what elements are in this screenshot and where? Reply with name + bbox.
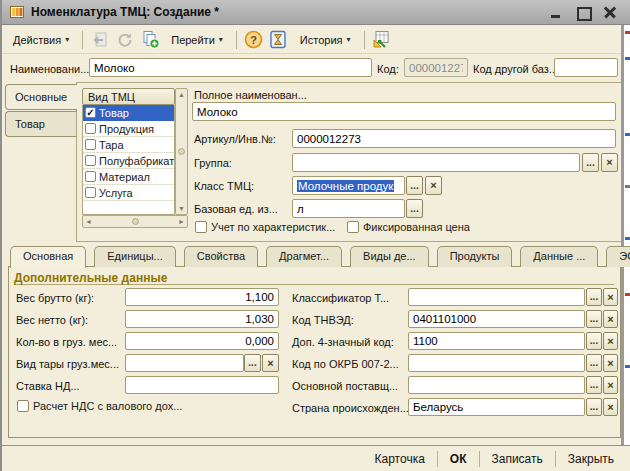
hourglass-icon[interactable] xyxy=(269,30,289,50)
scroll-down-icon[interactable]: ▼ xyxy=(178,205,185,212)
checkbox[interactable]: ✓ xyxy=(195,221,207,233)
tnved-select-button[interactable]: ... xyxy=(586,310,602,328)
group-clear-button[interactable]: × xyxy=(601,153,618,172)
tnved-clear-button[interactable]: × xyxy=(603,310,618,328)
goto-menu-button[interactable]: Перейти▾ xyxy=(165,30,229,50)
full-name-input[interactable] xyxy=(192,102,616,121)
other-code-input[interactable] xyxy=(554,58,618,77)
gross-weight-input[interactable] xyxy=(125,288,279,306)
checkbox[interactable]: ✓ xyxy=(85,139,96,150)
origin-country-select-button[interactable]: ... xyxy=(586,398,602,416)
checkbox[interactable]: ✓ xyxy=(85,171,96,182)
scroll-left-icon[interactable]: ◄ xyxy=(85,218,92,225)
checkbox[interactable]: ✓ xyxy=(17,400,29,412)
classifier-input[interactable] xyxy=(408,288,585,306)
maximize-button[interactable] xyxy=(577,7,589,18)
tab-osnovnaya[interactable]: Основная xyxy=(10,246,86,268)
minimize-button[interactable] xyxy=(550,7,562,18)
extra-code-select-button[interactable]: ... xyxy=(586,332,602,350)
actions-menu-button[interactable]: Действия▾ xyxy=(7,30,75,50)
list-item-tovar[interactable]: ✓ Товар xyxy=(83,105,174,121)
close-form-button[interactable]: Закрыть xyxy=(556,452,626,466)
checkbox[interactable]: ✓ xyxy=(85,187,96,198)
list-item-material[interactable]: ✓ Материал xyxy=(83,169,174,185)
side-tab-tovar[interactable]: Товар xyxy=(5,111,76,137)
list-item-produkcia[interactable]: ✓ Продукция xyxy=(83,121,174,137)
sku-label: Артикул/Инв.№: xyxy=(194,133,276,145)
tab-dannye[interactable]: Данные ... xyxy=(520,246,598,267)
package-type-label: Вид тары груз.мес... xyxy=(16,358,119,370)
okrb-code-input[interactable] xyxy=(408,354,585,372)
okrb-code-label: Код по ОКРБ 007-2... xyxy=(292,358,399,370)
vat-gross-income-checkbox[interactable]: ✓ Расчет НДС с валового дох... xyxy=(17,400,182,412)
tmc-type-list: Вид ТМЦ ✓ Товар ✓ Продукция ✓ Тара ✓ Пол… xyxy=(82,88,188,228)
checkbox[interactable]: ✓ xyxy=(347,221,359,233)
refresh-icon[interactable] xyxy=(115,30,135,50)
save-button[interactable]: Записать xyxy=(480,452,555,466)
name-input[interactable] xyxy=(89,58,372,77)
qty-per-package-input[interactable] xyxy=(125,332,279,350)
list-scrollbar-vertical[interactable]: ▲ ▼ xyxy=(175,88,188,215)
base-unit-select-button[interactable]: ... xyxy=(406,199,423,218)
package-type-input[interactable] xyxy=(125,354,244,372)
main-supplier-select-button[interactable]: ... xyxy=(586,376,602,394)
checkbox[interactable]: ✓ xyxy=(85,123,96,134)
tab-edinicy[interactable]: Единицы... xyxy=(94,246,176,267)
scroll-thumb[interactable] xyxy=(132,218,139,225)
side-tab-osnovnye[interactable]: Основные xyxy=(5,84,77,110)
list-item-polufabrikat[interactable]: ✓ Полуфабрикат xyxy=(83,153,174,169)
main-supplier-clear-button[interactable]: × xyxy=(603,376,618,394)
list-item-usluga[interactable]: ✓ Услуга xyxy=(83,185,174,201)
okrb-clear-button[interactable]: × xyxy=(603,354,618,372)
ok-button[interactable]: ОК xyxy=(438,452,479,466)
help-icon[interactable]: ? xyxy=(244,30,264,50)
prev-icon[interactable] xyxy=(90,30,110,50)
package-type-clear-button[interactable]: × xyxy=(262,354,279,372)
sku-input[interactable] xyxy=(292,129,616,148)
footer-bar: Карточка ОК Записать Закрыть xyxy=(2,445,630,471)
okrb-select-button[interactable]: ... xyxy=(586,354,602,372)
extra-code-input[interactable] xyxy=(408,332,585,350)
tab-dragmet[interactable]: Драгмет... xyxy=(266,246,342,267)
origin-country-input[interactable] xyxy=(408,398,585,416)
main-supplier-input[interactable] xyxy=(408,376,585,394)
classifier-label: Классификатор Т... xyxy=(292,292,389,304)
base-unit-input[interactable] xyxy=(292,199,405,218)
tab-vidy-deyatelnosti[interactable]: Виды де... xyxy=(350,246,429,267)
code-input xyxy=(404,58,468,77)
group-input[interactable] xyxy=(292,153,580,172)
extra-code-clear-button[interactable]: × xyxy=(603,332,618,350)
package-type-select-button[interactable]: ... xyxy=(244,354,261,372)
name-label: Наименовани... xyxy=(10,63,89,75)
class-clear-button[interactable]: × xyxy=(425,176,442,195)
scroll-right-icon[interactable]: ► xyxy=(178,218,185,225)
list-scrollbar-horizontal[interactable]: ◄ ► xyxy=(82,215,188,228)
list-header[interactable]: Вид ТМЦ xyxy=(82,88,175,105)
scroll-thumb[interactable] xyxy=(178,148,185,155)
card-button[interactable]: Карточка xyxy=(363,452,437,466)
group-select-button[interactable]: ... xyxy=(582,153,599,172)
tab-eschf[interactable]: ЭСЧФ xyxy=(606,246,630,267)
net-weight-input[interactable] xyxy=(125,310,279,328)
tnved-code-label: Код ТНВЭД: xyxy=(292,314,354,326)
tnved-code-input[interactable] xyxy=(408,310,585,328)
class-input[interactable]: Молочные продук xyxy=(292,176,405,195)
characteristics-checkbox[interactable]: ✓ Учет по характеристик... xyxy=(195,221,335,233)
close-button[interactable] xyxy=(604,7,616,18)
copy-add-icon[interactable] xyxy=(140,30,160,50)
checkbox[interactable]: ✓ xyxy=(85,107,96,118)
tab-produkty[interactable]: Продукты xyxy=(437,246,513,267)
history-menu-button[interactable]: История▾ xyxy=(294,30,357,50)
origin-country-clear-button[interactable]: × xyxy=(603,398,618,416)
goto-list-icon[interactable] xyxy=(372,30,392,50)
scroll-up-icon[interactable]: ▲ xyxy=(178,91,185,98)
vat-rate-input[interactable] xyxy=(125,376,279,394)
list-item-tara[interactable]: ✓ Тара xyxy=(83,137,174,153)
tab-svojstva[interactable]: Свойства xyxy=(184,246,258,267)
class-select-button[interactable]: ... xyxy=(406,176,423,195)
main-supplier-label: Основной поставщ... xyxy=(292,380,398,392)
classifier-clear-button[interactable]: × xyxy=(603,288,618,306)
classifier-select-button[interactable]: ... xyxy=(586,288,602,306)
checkbox[interactable]: ✓ xyxy=(85,155,96,166)
fixed-price-checkbox[interactable]: ✓ Фиксированная цена xyxy=(347,221,470,233)
